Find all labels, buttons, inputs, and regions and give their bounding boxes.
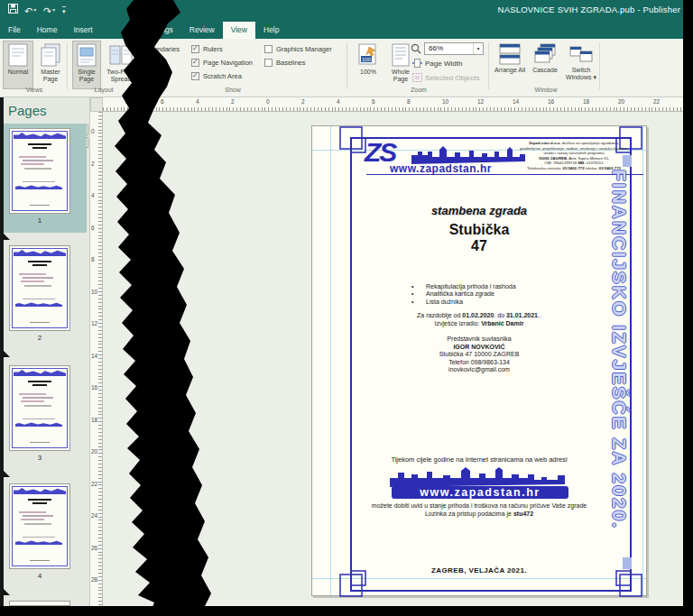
torn-paper-artifact [0,0,693,616]
screenshot-right-edge [683,0,693,616]
screenshot-bottom-edge [0,606,693,616]
